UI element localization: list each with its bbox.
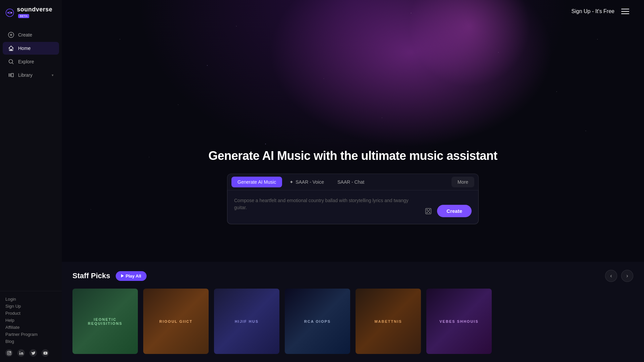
tab-voice[interactable]: ✦ SAAR - Voice (283, 177, 330, 187)
album-thumb-5: MABETTNIS (356, 289, 421, 354)
dice-button[interactable] (423, 206, 434, 217)
home-icon (8, 45, 14, 51)
sidebar-library-label: Library (18, 72, 33, 78)
tab-chat[interactable]: SAAR - Chat (331, 177, 370, 187)
album-card-5[interactable]: MABETTNIS (356, 289, 421, 354)
chevron-down-icon: ▾ (52, 73, 54, 77)
svg-point-0 (6, 9, 14, 16)
album-card-2[interactable]: RIOOUL GIICT (143, 289, 209, 354)
signup-button[interactable]: Sign Up - It's Free (572, 8, 614, 14)
footer-product[interactable]: Product (5, 311, 56, 316)
library-icon (8, 72, 14, 78)
search-icon (8, 59, 14, 65)
album-card-3[interactable]: HIJIF HUS (214, 289, 279, 354)
play-all-label: Play All (126, 274, 141, 279)
footer-links: Login Sign Up Product Help Affiliate Par… (5, 297, 56, 344)
plus-circle-icon (8, 32, 14, 38)
sidebar-create-label: Create (18, 32, 32, 38)
album-art-3: HIJIF HUS (214, 289, 279, 354)
tab-chat-label: SAAR - Chat (337, 179, 364, 185)
sidebar-item-create[interactable]: Create (3, 28, 59, 41)
svg-point-19 (427, 209, 428, 210)
sidebar-footer: Login Sign Up Product Help Affiliate Par… (0, 291, 62, 362)
footer-login[interactable]: Login (5, 297, 56, 302)
hero-title: Generate AI Music with the ultimate musi… (208, 149, 497, 163)
tab-generate-label: Generate AI Music (237, 179, 276, 185)
social-icons (5, 349, 56, 357)
star-icon: ✦ (289, 179, 293, 185)
album-art-5: MABETTNIS (356, 289, 421, 354)
staff-picks-section: Staff Picks Play All ‹ › IEONETIC REQUIS… (62, 262, 644, 362)
prompt-input[interactable] (234, 197, 419, 217)
logo[interactable]: soundverseBETA (0, 0, 62, 25)
next-arrow[interactable]: › (621, 270, 633, 282)
menu-line-3 (621, 13, 629, 14)
svg-rect-10 (10, 73, 11, 77)
svg-point-2 (11, 12, 12, 13)
footer-blog[interactable]: Blog (5, 339, 56, 344)
svg-point-13 (8, 352, 10, 354)
album-card-1[interactable]: IEONETIC REQUISITIONS (72, 289, 138, 354)
prev-arrow[interactable]: ‹ (605, 270, 617, 282)
album-card-6[interactable]: VEBES SHHOUIS (426, 289, 492, 354)
youtube-icon[interactable] (42, 349, 49, 357)
footer-help[interactable]: Help (5, 318, 56, 323)
prompt-container: Create (227, 190, 479, 224)
svg-point-21 (427, 212, 428, 213)
svg-point-14 (10, 352, 10, 352)
sidebar-navigation: Create Home Explore Library ▾ (0, 25, 62, 291)
footer-affiliate[interactable]: Affiliate (5, 325, 56, 330)
svg-line-8 (12, 63, 13, 64)
sidebar-home-label: Home (18, 46, 31, 51)
album-thumb-4: RCA OIOPS (285, 289, 350, 354)
album-thumb-1: IEONETIC REQUISITIONS (72, 289, 138, 354)
tab-voice-label: SAAR - Voice (296, 179, 324, 185)
header: Sign Up - It's Free (62, 0, 644, 23)
album-art-2: RIOOUL GIICT (143, 289, 209, 354)
tab-more-label: More (458, 179, 468, 185)
sidebar-item-home[interactable]: Home (3, 42, 59, 55)
svg-point-1 (7, 12, 9, 13)
albums-grid: IEONETIC REQUISITIONS RIOOUL GIICT HIJIF… (72, 289, 633, 354)
footer-signup[interactable]: Sign Up (5, 304, 56, 309)
tab-more[interactable]: More (451, 177, 474, 187)
svg-point-23 (428, 210, 429, 211)
album-art-4: RCA OIOPS (285, 289, 350, 354)
album-thumb-3: HIJIF HUS (214, 289, 279, 354)
logo-icon (5, 7, 14, 18)
logo-text: soundverseBETA (17, 6, 56, 19)
staff-picks-title: Staff Picks (72, 272, 110, 280)
create-button[interactable]: Create (437, 205, 472, 217)
sidebar: soundverseBETA Create Home Explore (0, 0, 62, 362)
album-card-4[interactable]: RCA OIOPS (285, 289, 350, 354)
sidebar-item-explore[interactable]: Explore (3, 55, 59, 68)
menu-line-2 (621, 11, 629, 12)
footer-partner[interactable]: Partner Program (5, 332, 56, 337)
navigation-arrows: ‹ › (605, 270, 633, 282)
play-all-button[interactable]: Play All (116, 271, 147, 281)
svg-point-20 (429, 209, 430, 210)
hero-section: Generate AI Music with the ultimate musi… (62, 0, 644, 262)
hero-content: Generate AI Music with the ultimate musi… (202, 149, 504, 224)
tab-generate[interactable]: Generate AI Music (231, 177, 282, 187)
prompt-actions: Create (423, 205, 472, 217)
play-icon (121, 274, 124, 278)
twitter-icon[interactable] (30, 349, 37, 357)
svg-rect-11 (11, 73, 13, 77)
svg-point-7 (9, 60, 13, 63)
hamburger-menu-button[interactable] (621, 5, 633, 17)
album-art-6: VEBES SHHOUIS (426, 289, 492, 354)
svg-point-22 (429, 212, 430, 213)
staff-picks-header: Staff Picks Play All ‹ › (72, 270, 633, 282)
svg-rect-9 (9, 73, 9, 77)
sidebar-item-library[interactable]: Library ▾ (3, 69, 59, 81)
instagram-icon[interactable] (5, 349, 13, 357)
svg-rect-6 (10, 49, 12, 51)
linkedin-icon[interactable] (17, 349, 25, 357)
album-thumb-6: VEBES SHHOUIS (426, 289, 492, 354)
album-thumb-2: RIOOUL GIICT (143, 289, 209, 354)
album-art-1: IEONETIC REQUISITIONS (72, 289, 138, 354)
sidebar-explore-label: Explore (18, 59, 34, 64)
svg-point-16 (19, 351, 20, 352)
svg-rect-15 (19, 352, 20, 355)
